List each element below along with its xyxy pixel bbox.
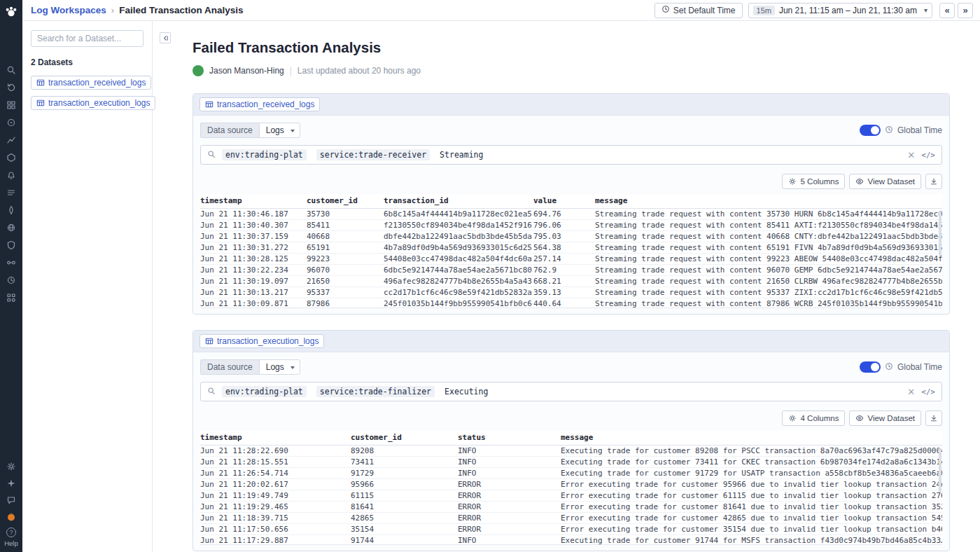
infrastructure-icon[interactable] bbox=[6, 153, 16, 163]
table-row[interactable]: Jun 21 11:30:31.272651914b7a89df0d9b4a56… bbox=[200, 242, 942, 253]
query-token[interactable]: env:trading-plat bbox=[222, 149, 307, 160]
table-icon bbox=[205, 100, 214, 109]
columns-button[interactable]: 5 Columns bbox=[782, 174, 845, 189]
data-source-select[interactable]: Logs bbox=[259, 359, 300, 375]
integrations-icon[interactable] bbox=[6, 293, 16, 303]
table-cell: ERROR bbox=[458, 490, 561, 501]
settings-icon[interactable] bbox=[6, 462, 16, 471]
view-dataset-button[interactable]: View Dataset bbox=[849, 410, 921, 426]
sparkle-icon[interactable] bbox=[6, 478, 16, 488]
query-bar[interactable]: env:trading-platservice:trade-finalizerE… bbox=[200, 382, 942, 401]
dashboards-icon[interactable] bbox=[6, 100, 16, 110]
search-icon[interactable] bbox=[6, 65, 16, 75]
table-row[interactable]: Jun 21 11:30:13.21795337cc2d17b1cf6c46c9… bbox=[200, 287, 942, 298]
set-default-time-button[interactable]: Set Default Time bbox=[654, 3, 743, 18]
table-cell: Streaming trade request with content 406… bbox=[595, 230, 942, 242]
table-cell: 96070 bbox=[307, 264, 384, 275]
table-row[interactable]: Jun 21 11:17:50.65635154ERRORError execu… bbox=[200, 523, 942, 534]
table-row[interactable]: Jun 21 11:28:22.69089208INFOExecuting tr… bbox=[200, 445, 942, 456]
logs-icon[interactable] bbox=[6, 188, 16, 198]
global-time-toggle[interactable] bbox=[860, 361, 881, 373]
column-header-transaction_id[interactable]: transaction_id bbox=[384, 194, 533, 208]
datadog-logo[interactable] bbox=[4, 4, 19, 19]
table-row[interactable]: Jun 21 11:30:19.09721650496afec982824777… bbox=[200, 275, 942, 287]
time-shift-back-button[interactable]: « bbox=[939, 3, 955, 18]
table-row[interactable]: Jun 21 11:18:39.71542865ERRORError execu… bbox=[200, 512, 942, 523]
table-cell: Error executing trade for customer 95966… bbox=[561, 478, 942, 490]
synthetics-icon[interactable] bbox=[6, 223, 16, 233]
download-icon bbox=[930, 177, 938, 186]
column-header-value[interactable]: value bbox=[533, 194, 595, 208]
help-label[interactable]: Help bbox=[4, 539, 18, 547]
table-cell: Jun 21 11:17:50.656 bbox=[200, 523, 351, 534]
collapse-sidebar-button[interactable] bbox=[160, 32, 171, 43]
global-time-toggle[interactable] bbox=[860, 125, 881, 136]
query-token[interactable]: Executing bbox=[444, 387, 488, 396]
table-row[interactable]: Jun 21 11:26:54.71491729INFOExecuting tr… bbox=[200, 467, 942, 478]
table-row[interactable]: Jun 21 11:19:49.74961115ERRORError execu… bbox=[200, 490, 942, 501]
column-header-customer_id[interactable]: customer_id bbox=[307, 194, 384, 208]
table-cell: Jun 21 11:30:13.217 bbox=[200, 287, 307, 298]
download-button[interactable] bbox=[925, 174, 942, 189]
byline-separator: | bbox=[290, 66, 292, 76]
help-icon[interactable]: ? bbox=[6, 527, 16, 537]
table-row[interactable]: Jun 21 11:30:28.1259922354408e03cc47498d… bbox=[200, 253, 942, 264]
pipelines-icon[interactable] bbox=[6, 258, 16, 268]
query-bar[interactable]: env:trading-platservice:trade-receiverSt… bbox=[200, 145, 942, 165]
view-dataset-button[interactable]: View Dataset bbox=[849, 174, 921, 189]
cell-dataset-chip[interactable]: transaction_execution_logs bbox=[200, 334, 324, 348]
table-scrollbar[interactable] bbox=[939, 211, 941, 256]
download-button[interactable] bbox=[925, 410, 942, 426]
query-token[interactable]: service:trade-receiver bbox=[316, 149, 430, 160]
table-row[interactable]: Jun 21 11:28:15.55173411INFOExecuting tr… bbox=[200, 456, 942, 467]
chat-icon[interactable] bbox=[6, 495, 16, 505]
metrics-icon[interactable] bbox=[6, 135, 16, 145]
clear-query-icon[interactable]: ✕ bbox=[907, 387, 915, 397]
topbar: Log Workspaces › Failed Transaction Anal… bbox=[22, 0, 980, 21]
author-avatar[interactable] bbox=[192, 65, 204, 76]
breadcrumb-log-workspaces[interactable]: Log Workspaces bbox=[31, 5, 106, 15]
table-row[interactable]: Jun 21 11:30:40.30785411f2130550cf894034… bbox=[200, 219, 942, 230]
table-row[interactable]: Jun 21 11:30:46.187357306b8c145a4f444414… bbox=[200, 208, 942, 219]
columns-button[interactable]: 4 Columns bbox=[782, 410, 845, 426]
dataset-chip-transaction-received-logs[interactable]: transaction_received_logs bbox=[31, 76, 151, 90]
history-icon[interactable] bbox=[6, 83, 16, 92]
user-avatar[interactable] bbox=[6, 512, 16, 522]
table-scrollbar[interactable] bbox=[939, 448, 941, 492]
table-cell: Jun 21 11:30:46.187 bbox=[200, 208, 307, 219]
apm-icon[interactable] bbox=[6, 205, 16, 215]
monitors-icon[interactable] bbox=[6, 170, 16, 180]
table-cell: Error executing trade for customer 35154… bbox=[561, 523, 942, 534]
clear-query-icon[interactable]: ✕ bbox=[907, 150, 915, 160]
table-row[interactable]: Jun 21 11:30:09.87187986245f01035b144f9b… bbox=[200, 298, 942, 308]
table-row[interactable]: Jun 21 11:17:29.88791744INFOExecuting tr… bbox=[200, 534, 942, 545]
column-header-timestamp[interactable]: timestamp bbox=[200, 194, 307, 208]
table-row[interactable]: Jun 21 11:30:37.15940668dbfe442ba122491a… bbox=[200, 230, 942, 242]
dataset-search-input[interactable] bbox=[31, 30, 144, 47]
column-header-message[interactable]: message bbox=[595, 194, 942, 208]
time-range-selector[interactable]: 15m Jun 21, 11:15 am – Jun 21, 11:30 am … bbox=[748, 3, 932, 18]
security-icon[interactable] bbox=[6, 240, 16, 250]
table-row[interactable]: Jun 21 11:30:22.234960706dbc5e9214744a78… bbox=[200, 264, 942, 275]
watchdog-icon[interactable] bbox=[6, 118, 16, 127]
dataset-chip-transaction-execution-logs[interactable]: transaction_execution_logs bbox=[31, 96, 155, 110]
code-view-icon[interactable]: </> bbox=[921, 387, 935, 396]
column-header-message[interactable]: message bbox=[561, 431, 942, 445]
cell-header: transaction_received_logs bbox=[193, 94, 949, 116]
query-token[interactable]: env:trading-plat bbox=[222, 386, 307, 397]
column-header-status[interactable]: status bbox=[458, 431, 561, 445]
table-cell: 4b7a89df0d9b4a569d936933015c6d25 bbox=[384, 242, 533, 253]
table-row[interactable]: Jun 21 11:20:02.61795966ERRORError execu… bbox=[200, 478, 942, 490]
code-view-icon[interactable]: </> bbox=[921, 151, 935, 160]
query-token[interactable]: service:trade-finalizer bbox=[316, 386, 435, 397]
author-name[interactable]: Jason Manson-Hing bbox=[209, 66, 284, 76]
chevron-down-icon bbox=[290, 366, 295, 369]
service-management-icon[interactable] bbox=[6, 275, 16, 285]
query-token[interactable]: Streaming bbox=[440, 150, 483, 160]
column-header-customer_id[interactable]: customer_id bbox=[351, 431, 458, 445]
data-source-select[interactable]: Logs bbox=[259, 123, 300, 138]
cell-dataset-chip[interactable]: transaction_received_logs bbox=[200, 97, 320, 111]
time-shift-forward-button[interactable]: » bbox=[958, 3, 973, 18]
table-row[interactable]: Jun 21 11:19:29.46581641ERRORError execu… bbox=[200, 501, 942, 512]
column-header-timestamp[interactable]: timestamp bbox=[200, 431, 351, 445]
